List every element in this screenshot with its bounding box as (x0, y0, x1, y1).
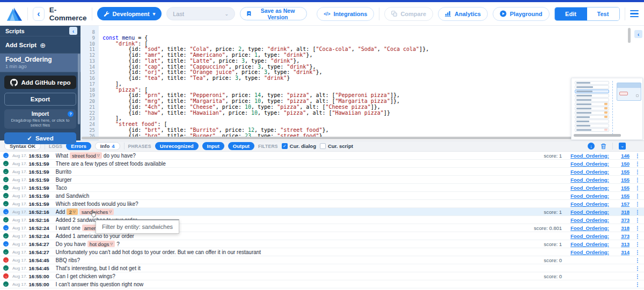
edit-tab[interactable]: Edit (555, 8, 587, 20)
script-line-link[interactable]: 373 (616, 217, 630, 223)
version-select[interactable]: Last ⌄ (166, 7, 235, 20)
log-row[interactable]: →Aug 17.16:54:45BBQ ribs?score: 0⋮ (0, 256, 644, 264)
script-line-link[interactable]: 318 (616, 225, 630, 231)
script-line-link[interactable]: 155 (616, 177, 630, 183)
script-link[interactable]: Food_Ordering: (570, 241, 616, 247)
back-button[interactable]: ‹ (33, 7, 45, 21)
log-row[interactable]: →Aug 17.16:51:59What street food▽ do you… (0, 152, 644, 160)
save-as-new-version-button[interactable]: Save as New Version (240, 7, 307, 20)
row-menu-icon[interactable]: ⋮ (634, 169, 641, 175)
sidebar-collapse-button[interactable]: ‹ (69, 27, 77, 35)
script-link[interactable]: Food_Ordering: (570, 169, 616, 175)
row-menu-icon[interactable]: ⋮ (634, 257, 641, 263)
log-row[interactable]: ←Aug 17.16:51:59There are a few types of… (0, 160, 644, 168)
script-line-link[interactable]: 155 (616, 193, 630, 199)
script-link[interactable]: Food_Ordering: (570, 185, 616, 191)
script-link[interactable]: Food_Ordering: (570, 161, 616, 167)
script-item-food-ordering[interactable]: Food_Ordering 1 min ago (0, 53, 80, 72)
add-script-button[interactable]: Add Script ⊕ (0, 39, 80, 51)
script-link[interactable]: Food_Ordering: (570, 177, 616, 183)
log-row[interactable]: ←Aug 17.16:55:00I can't answer this ques… (0, 280, 644, 288)
log-row[interactable]: ←Aug 17.16:51:59BurgerFood_Ordering:155⋮ (0, 176, 644, 184)
input-filter-pill[interactable]: Input (202, 142, 224, 150)
saved-button[interactable]: ✓ Saved (4, 132, 76, 144)
log-row[interactable]: ←Aug 17.16:51:59Which street foods would… (0, 200, 644, 208)
row-menu-icon[interactable]: ⋮ (634, 153, 641, 159)
script-link[interactable]: Food_Ordering: (570, 225, 616, 231)
cur-script-checkbox[interactable]: Cur. script (320, 143, 353, 149)
log-row[interactable]: ←Aug 17.16:51:59and SandwichFood_Orderin… (0, 192, 644, 200)
sidebar-scrollbar[interactable] (78, 54, 80, 124)
row-menu-icon[interactable]: ⋮ (634, 161, 641, 167)
editor-horizontal-scrollbar[interactable] (82, 137, 584, 139)
filter-funnel-icon[interactable]: ▽ (109, 210, 112, 214)
right-panel-collapse-button[interactable]: ‹ (634, 30, 642, 38)
output-filter-pill[interactable]: Output (228, 142, 254, 150)
hamburger-menu-icon[interactable] (630, 10, 639, 18)
code-editor[interactable]: 89const menu = {10 "drink": [11 {id: "so… (80, 26, 644, 140)
add-github-repo-button[interactable]: Add GitHub repo (4, 76, 76, 89)
script-line-link[interactable]: 373 (616, 233, 630, 239)
clear-logs-trash-icon[interactable] (601, 143, 606, 150)
filter-funnel-icon[interactable]: ▽ (97, 153, 100, 158)
environment-dropdown[interactable]: Development ▾ (97, 7, 162, 20)
integrations-button[interactable]: </> Integrations (317, 7, 374, 21)
scroll-to-bottom-button[interactable]: ⌄ (619, 143, 626, 150)
script-link[interactable]: Food_Ordering: (570, 153, 616, 159)
row-menu-icon[interactable]: ⋮ (634, 233, 641, 239)
info-filter-pill[interactable]: Info4 (95, 142, 120, 150)
script-link[interactable]: Food_Ordering: (570, 217, 616, 223)
row-menu-icon[interactable]: ⋮ (634, 265, 641, 271)
script-line-link[interactable]: 155 (616, 185, 630, 191)
unrecognized-filter-pill[interactable]: Unrecognized (155, 142, 199, 150)
row-menu-icon[interactable]: ⋮ (634, 241, 641, 247)
script-line-link[interactable]: 318 (616, 209, 630, 215)
log-row[interactable]: →Aug 17.16:52:16Add 2▽sandwiches▽score: … (0, 208, 644, 216)
export-button[interactable]: Export (4, 93, 76, 106)
log-row[interactable]: ←Aug 17.16:54:27Unfortunately you can't … (0, 248, 644, 256)
script-line-link[interactable]: 150 (616, 161, 630, 167)
compare-button[interactable]: Compare (384, 7, 433, 21)
number-chip[interactable]: 2▽ (67, 209, 77, 215)
script-line-link[interactable]: 146 (616, 153, 630, 159)
test-tab[interactable]: Test (587, 8, 619, 20)
script-link[interactable]: Food_Ordering: (570, 193, 616, 199)
row-menu-icon[interactable]: ⋮ (634, 185, 641, 191)
row-menu-icon[interactable]: ⋮ (634, 193, 641, 199)
script-line-link[interactable]: 313 (616, 241, 630, 247)
log-row[interactable]: →Aug 17.16:54:27Do you have hot dogs▽ ?s… (0, 240, 644, 248)
entity-chip[interactable]: hot dogs▽ (87, 241, 115, 247)
row-menu-icon[interactable]: ⋮ (634, 217, 641, 223)
log-row[interactable]: ←Aug 17.16:51:59BurritoFood_Ordering:155… (0, 168, 644, 176)
analytics-button[interactable]: Analytics (438, 7, 488, 21)
row-menu-icon[interactable]: ⋮ (634, 249, 641, 255)
filter-funnel-icon[interactable]: ▽ (110, 242, 113, 246)
script-link[interactable]: Food_Ordering: (570, 249, 616, 255)
script-line-link[interactable]: 314 (616, 249, 630, 255)
script-line-link[interactable]: 157 (616, 201, 630, 207)
playground-button[interactable]: Playground (493, 7, 550, 21)
help-icon[interactable]: ? (68, 111, 74, 117)
download-logs-icon[interactable]: ↓ (588, 143, 595, 150)
row-menu-icon[interactable]: ⋮ (634, 225, 641, 231)
row-menu-icon[interactable]: ⋮ (634, 209, 641, 215)
script-link[interactable]: Food_Ordering: (570, 209, 616, 215)
row-menu-icon[interactable]: ⋮ (634, 201, 641, 207)
entity-chip[interactable]: sandwiches▽ (79, 209, 114, 215)
editor-vertical-scrollbar[interactable] (628, 28, 631, 43)
script-link[interactable]: Food_Ordering: (570, 201, 616, 207)
cur-dialog-checkbox[interactable]: ✓ Cur. dialog (282, 143, 316, 149)
script-link[interactable]: Food_Ordering: (570, 233, 616, 239)
import-dropzone[interactable]: ? Import Drag&drop files here, or click … (4, 109, 76, 129)
log-row[interactable]: →Aug 17.16:55:00Can I get chicken wings?… (0, 272, 644, 280)
alan-logo-icon[interactable] (5, 7, 23, 21)
script-line-link[interactable]: 155 (616, 169, 630, 175)
row-menu-icon[interactable]: ⋮ (634, 281, 641, 287)
filter-funnel-icon[interactable]: ▽ (73, 210, 76, 214)
row-menu-icon[interactable]: ⋮ (634, 177, 641, 183)
entity-chip[interactable]: street food▽ (70, 152, 102, 159)
line-number: 17 (80, 81, 99, 87)
log-row[interactable]: ←Aug 17.16:54:45That's interesting, but … (0, 264, 644, 272)
row-menu-icon[interactable]: ⋮ (634, 273, 641, 279)
log-row[interactable]: ←Aug 17.16:51:59TacoFood_Ordering:155⋮ (0, 184, 644, 192)
